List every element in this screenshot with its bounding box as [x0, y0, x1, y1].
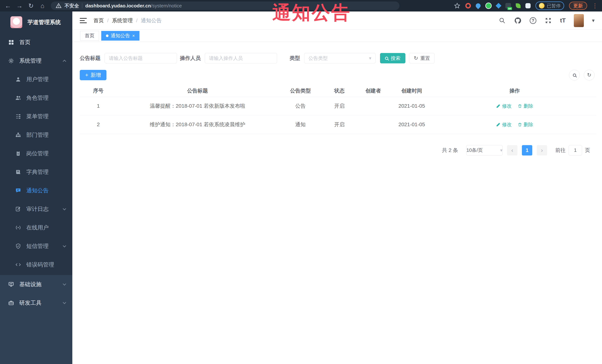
cell-creator — [356, 97, 390, 115]
sidebar-item-post-mgmt[interactable]: 岗位管理 — [0, 144, 72, 163]
browser-menu-icon[interactable]: ⋮ — [592, 2, 598, 10]
bookmark-star-icon[interactable] — [454, 2, 461, 9]
sidebar-item-system[interactable]: 系统管理 — [0, 52, 72, 70]
sidebar-item-error-code[interactable]: 错误码管理 — [0, 255, 72, 274]
breadcrumb-separator: / — [136, 18, 138, 23]
sidebar-item-notice[interactable]: 通知公告 — [0, 181, 72, 200]
edit-link[interactable]: 修改 — [496, 121, 512, 128]
shield-check-icon — [15, 243, 21, 249]
title-filter-input[interactable] — [105, 53, 177, 63]
browser-home-icon[interactable]: ⌂ — [37, 0, 48, 11]
browser-reload-icon[interactable]: ↻ — [26, 0, 36, 11]
page-size-select[interactable]: 10条/页 ▾ — [466, 145, 503, 156]
delete-label: 删除 — [524, 121, 533, 128]
log-edit-icon — [15, 206, 21, 212]
extension-diamond-icon[interactable] — [495, 3, 501, 9]
breadcrumb-item-home[interactable]: 首页 — [94, 17, 104, 24]
org-tree-icon — [15, 132, 21, 138]
table-toolbar: + 新增 ↻ — [80, 70, 595, 80]
breadcrumb-item-notice: 通知公告 — [141, 17, 162, 24]
fullscreen-icon[interactable] — [545, 17, 552, 24]
sidebar-item-audit-log[interactable]: 审计日志 — [0, 200, 72, 218]
sidebar-item-dict-mgmt[interactable]: 字典管理 — [0, 163, 72, 181]
reset-button-label: 重置 — [420, 55, 430, 62]
sidebar-item-menu-mgmt[interactable]: 菜单管理 — [0, 107, 72, 126]
chevron-down-icon: ▾ — [500, 148, 502, 153]
extension-drop-icon[interactable] — [475, 2, 482, 9]
extension-leaf-icon[interactable] — [516, 3, 521, 8]
breadcrumb: 首页 / 系统管理 / 通知公告 — [94, 17, 162, 24]
tab-label: 通知公告 — [111, 32, 130, 39]
tab-notice[interactable]: 通知公告 × — [101, 31, 140, 41]
font-size-icon[interactable]: tT — [560, 17, 566, 24]
type-select-placeholder: 公告类型 — [308, 55, 328, 62]
sidebar-top-section: 芋道管理系统 首页 系统管理 用户管理 — [0, 11, 72, 275]
refresh-button[interactable]: ↻ — [584, 70, 595, 80]
add-button-label: 新增 — [91, 72, 101, 79]
app-title: 芋道管理系统 — [27, 19, 61, 26]
help-icon[interactable]: ? — [530, 17, 536, 24]
search-icon[interactable] — [498, 17, 506, 24]
browser-update-button[interactable]: 更新 — [569, 2, 587, 10]
announcement-icon — [15, 187, 21, 194]
tab-home[interactable]: 首页 — [80, 31, 99, 41]
toolbox-icon — [8, 300, 14, 306]
toggle-search-button[interactable] — [569, 70, 580, 80]
search-button[interactable]: 搜索 — [380, 53, 405, 63]
sidebar-item-online-user[interactable]: 在线用户 — [0, 218, 72, 237]
sidebar-item-label: 在线用户 — [26, 224, 66, 231]
cell-status: 开启 — [323, 97, 356, 115]
chevron-up-icon — [63, 60, 66, 63]
delete-link[interactable]: 删除 — [518, 121, 533, 128]
extensions-puzzle-icon[interactable] — [525, 3, 531, 8]
breadcrumb-item-system[interactable]: 系统管理 — [112, 17, 133, 24]
extension-green-icon[interactable] — [485, 3, 492, 9]
goto-page-input[interactable] — [569, 145, 582, 156]
browser-forward-icon[interactable]: → — [14, 0, 25, 11]
sidebar-item-sms-mgmt[interactable]: 短信管理 — [0, 237, 72, 255]
sidebar-item-label: 通知公告 — [26, 187, 66, 194]
avatar[interactable] — [574, 14, 584, 27]
sidebar-item-home[interactable]: 首页 — [0, 33, 72, 52]
delete-link[interactable]: 删除 — [518, 103, 533, 109]
extension-switch-icon[interactable]: on — [505, 3, 511, 9]
sidebar-item-dev-tools[interactable]: 研发工具 — [0, 294, 72, 312]
security-label: 不安全 — [64, 3, 79, 9]
avatar-caret-icon[interactable]: ▾ — [592, 17, 595, 23]
pagination-goto: 前往 页 — [555, 145, 590, 156]
app-logo-row: 芋道管理系统 — [0, 11, 72, 33]
sidebar: 芋道管理系统 首页 系统管理 用户管理 — [0, 11, 72, 364]
table-row: 1 温馨提醒：2018-07-01 若依新版本发布啦 公告 开启 2021-01… — [80, 97, 596, 115]
add-button[interactable]: + 新增 — [80, 70, 107, 80]
next-page-button[interactable]: › — [537, 145, 547, 156]
plus-icon: + — [85, 72, 88, 78]
profile-paused-chip[interactable]: 已暂停 — [535, 1, 564, 10]
url-text: dashboard.yudao.iocoder.cn/system/notice — [85, 3, 182, 9]
type-select[interactable]: 公告类型 ▾ — [304, 53, 376, 63]
sidebar-item-user-mgmt[interactable]: 用户管理 — [0, 70, 72, 89]
edit-link[interactable]: 修改 — [496, 103, 512, 109]
refresh-icon: ↻ — [587, 73, 591, 78]
cell-status: 开启 — [323, 115, 356, 134]
insecure-warning-icon — [56, 3, 62, 9]
cell-no: 2 — [80, 115, 117, 134]
extension-orange-icon[interactable] — [465, 3, 471, 9]
operator-filter-input[interactable] — [205, 53, 277, 63]
hamburger-icon[interactable] — [80, 18, 87, 23]
prev-page-button[interactable]: ‹ — [507, 145, 517, 156]
url-divider — [82, 3, 82, 8]
sidebar-item-role-mgmt[interactable]: 角色管理 — [0, 89, 72, 107]
reset-button-icon: ↻ — [414, 56, 418, 61]
sidebar-item-infrastructure[interactable]: 基础设施 — [0, 275, 72, 294]
browser-back-icon[interactable]: ← — [3, 0, 13, 11]
sidebar-item-dept-mgmt[interactable]: 部门管理 — [0, 126, 72, 144]
github-icon[interactable] — [514, 17, 522, 24]
dashboard-icon — [8, 39, 14, 45]
close-icon[interactable]: × — [132, 33, 135, 38]
user-icon — [15, 76, 21, 82]
reset-button[interactable]: ↻ 重置 — [409, 53, 435, 63]
chevron-down-icon — [63, 244, 66, 247]
page-1-button[interactable]: 1 — [522, 145, 532, 156]
menu-tree-icon — [15, 114, 21, 119]
on-badge: on — [507, 7, 512, 10]
